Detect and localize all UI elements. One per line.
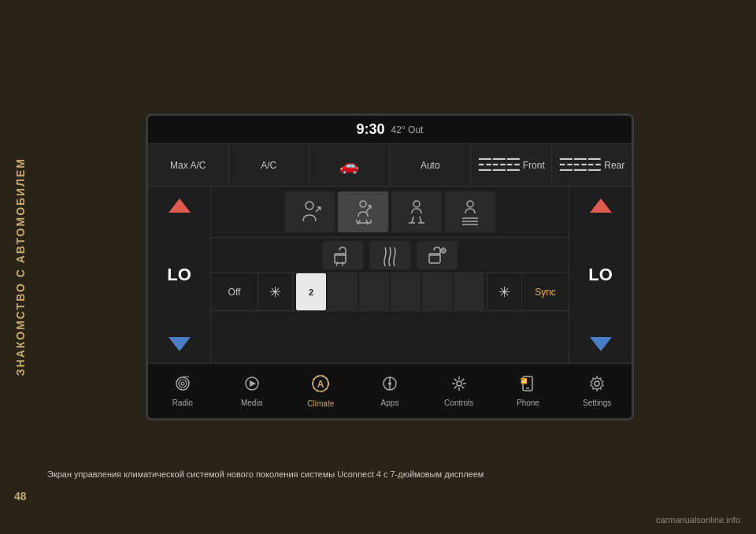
middle-section: LO bbox=[148, 187, 632, 363]
fan-direction-row bbox=[211, 187, 569, 238]
fan-feet-button[interactable] bbox=[391, 191, 442, 232]
fan-defrost-feet-button[interactable] bbox=[445, 191, 495, 232]
svg-text:A: A bbox=[317, 379, 324, 390]
sync-button[interactable]: Sync bbox=[521, 273, 569, 310]
fan-face-feet-button[interactable] bbox=[338, 191, 388, 232]
status-bar: 9:30 42° Out bbox=[148, 116, 632, 144]
speed-bar-5[interactable] bbox=[422, 273, 452, 310]
fan-face-icon bbox=[295, 198, 324, 226]
speed-bar-1[interactable]: 2 bbox=[296, 273, 326, 310]
right-temp-value: LO bbox=[588, 265, 613, 285]
settings-icon bbox=[588, 375, 606, 396]
front-defrost-icon: ☲☲☲ bbox=[477, 155, 520, 176]
auto-button[interactable]: Auto bbox=[391, 144, 472, 186]
seat-heat-left-icon bbox=[332, 244, 354, 266]
phone-label: Phone bbox=[517, 399, 539, 407]
recirculation-button[interactable]: 🚗 bbox=[309, 144, 391, 186]
fan-speed-increase-button[interactable]: ✳ bbox=[487, 273, 521, 310]
up-arrow-icon bbox=[169, 198, 191, 213]
fan-feet-icon bbox=[402, 198, 431, 226]
right-temp-down-button[interactable] bbox=[581, 330, 621, 358]
caption-text: Экран управления климатической системой … bbox=[47, 469, 740, 479]
media-icon bbox=[243, 375, 261, 396]
svg-text:📶: 📶 bbox=[521, 377, 528, 384]
radio-label: Radio bbox=[172, 399, 193, 407]
climate-icon: A bbox=[311, 374, 330, 397]
radio-icon bbox=[174, 375, 191, 396]
seat-cool-button[interactable] bbox=[417, 241, 458, 269]
ac-label: A/C bbox=[261, 160, 276, 171]
front-label: Front bbox=[523, 160, 545, 171]
off-label: Off bbox=[228, 287, 241, 298]
nav-phone[interactable]: 📶 Phone bbox=[494, 364, 563, 418]
svg-point-20 bbox=[388, 382, 391, 385]
speed-bar-4[interactable] bbox=[391, 273, 421, 310]
fan-off-button[interactable]: Off bbox=[211, 273, 258, 310]
speed-bar-3[interactable] bbox=[359, 273, 389, 310]
max-ac-button[interactable]: Max A/C bbox=[148, 144, 229, 186]
climate-label: Climate bbox=[307, 399, 334, 408]
media-label: Media bbox=[241, 399, 262, 407]
nav-apps[interactable]: Apps bbox=[355, 364, 424, 418]
sync-label: Sync bbox=[535, 287, 556, 298]
speed-bar-6[interactable] bbox=[454, 273, 484, 310]
top-controls-row: Max A/C A/C 🚗 Auto ☲☲☲ Front ☲☲☲ Rear bbox=[148, 144, 632, 187]
rear-defrost-icon: ☲☲☲ bbox=[558, 155, 601, 176]
ac-button[interactable]: A/C bbox=[229, 144, 310, 186]
seat-heat-center-icon bbox=[379, 244, 401, 266]
svg-point-3 bbox=[467, 201, 473, 207]
screen-wrapper: 9:30 42° Out Max A/C A/C 🚗 Auto ☲☲☲ Fron… bbox=[146, 113, 634, 421]
fan-left-icon: ✳ bbox=[269, 284, 281, 301]
seat-heat-row bbox=[211, 238, 569, 273]
climate-screen: 9:30 42° Out Max A/C A/C 🚗 Auto ☲☲☲ Fron… bbox=[146, 113, 634, 421]
nav-settings[interactable]: Settings bbox=[562, 364, 632, 418]
fan-face-button[interactable] bbox=[284, 191, 335, 232]
nav-media[interactable]: Media bbox=[217, 364, 287, 418]
settings-label: Settings bbox=[583, 399, 611, 407]
side-text-panel: ЗНАКОМСТВО С АВТОМОБИЛЕМ bbox=[0, 0, 41, 534]
svg-point-13 bbox=[179, 380, 187, 388]
svg-point-27 bbox=[595, 381, 599, 386]
controls-icon bbox=[450, 375, 468, 396]
seat-heat-center-button[interactable] bbox=[369, 241, 410, 269]
controls-label: Controls bbox=[444, 399, 473, 407]
nav-radio[interactable]: Radio bbox=[148, 364, 217, 418]
center-climate-controls: Off ✳ 2 bbox=[211, 187, 569, 363]
rear-defrost-button[interactable]: ☲☲☲ Rear bbox=[552, 144, 632, 186]
auto-label: Auto bbox=[421, 160, 440, 171]
seat-cool-icon bbox=[426, 244, 448, 266]
nav-controls[interactable]: Controls bbox=[424, 364, 494, 418]
svg-point-1 bbox=[360, 201, 366, 207]
fan-speed-decrease-button[interactable]: ✳ bbox=[258, 273, 293, 310]
left-temp-up-button[interactable] bbox=[160, 191, 199, 220]
front-defrost-button[interactable]: ☲☲☲ Front bbox=[471, 144, 552, 186]
speed-bars-container: 2 bbox=[293, 273, 487, 310]
rear-label: Rear bbox=[604, 160, 624, 171]
svg-point-0 bbox=[306, 202, 313, 210]
svg-point-14 bbox=[181, 382, 184, 385]
left-temp-control: LO bbox=[148, 187, 211, 363]
right-temp-up-button[interactable] bbox=[581, 191, 621, 220]
outside-temp: 42° Out bbox=[391, 124, 424, 135]
apps-label: Apps bbox=[381, 399, 399, 407]
fan-speed-row: Off ✳ 2 bbox=[211, 273, 569, 311]
right-up-arrow-icon bbox=[590, 198, 612, 213]
speed-bar-2[interactable] bbox=[328, 273, 358, 310]
svg-point-12 bbox=[176, 377, 189, 390]
side-text-label: ЗНАКОМСТВО С АВТОМОБИЛЕМ bbox=[14, 158, 27, 376]
svg-point-23 bbox=[457, 381, 461, 386]
apps-icon bbox=[381, 375, 398, 396]
seat-heat-left-button[interactable] bbox=[322, 241, 363, 269]
speed-bar-1-value: 2 bbox=[309, 287, 313, 297]
website-url: carmanualsonline.info bbox=[656, 515, 740, 525]
max-ac-label: Max A/C bbox=[170, 160, 206, 171]
down-arrow-icon bbox=[169, 337, 191, 351]
page-number: 48 bbox=[14, 490, 27, 502]
fan-right-icon: ✳ bbox=[498, 284, 510, 301]
nav-climate[interactable]: A Climate bbox=[286, 364, 355, 418]
fan-face-feet-icon bbox=[349, 198, 377, 226]
svg-point-2 bbox=[413, 201, 420, 207]
left-temp-value: LO bbox=[167, 265, 191, 285]
fan-defrost-feet-icon bbox=[456, 198, 484, 226]
left-temp-down-button[interactable] bbox=[160, 330, 199, 358]
